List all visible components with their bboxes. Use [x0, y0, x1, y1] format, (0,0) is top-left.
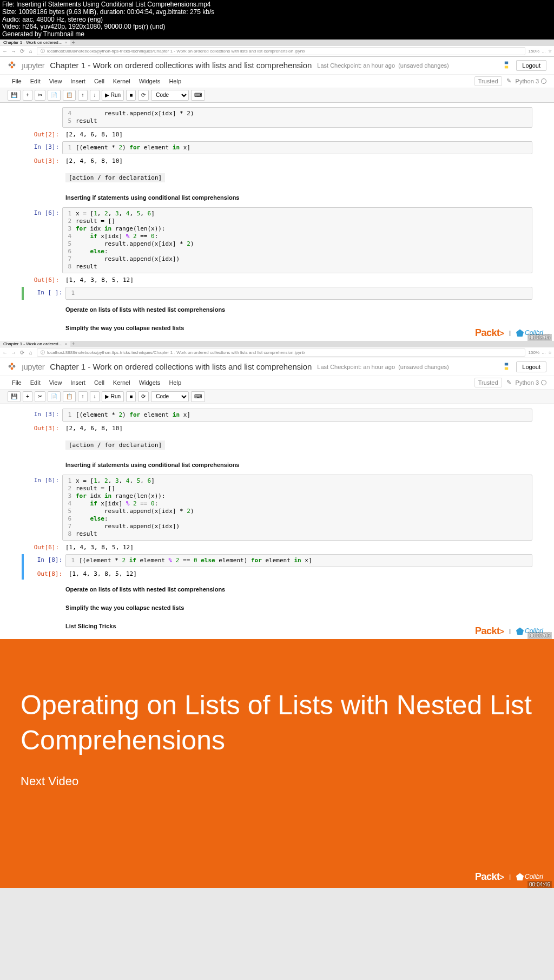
markdown-cell[interactable]: Simplify the way you collapse nested lis… — [22, 319, 532, 337]
paste-button[interactable]: 📋 — [63, 90, 76, 101]
paste-button[interactable]: 📋 — [63, 391, 76, 402]
stop-button[interactable]: ■ — [126, 90, 136, 101]
menu-edit[interactable]: Edit — [26, 377, 45, 388]
shield-icon[interactable]: ☆ — [548, 350, 552, 355]
move-down-button[interactable]: ↓ — [90, 391, 100, 402]
menu-cell[interactable]: Cell — [90, 76, 109, 87]
url-input[interactable]: ⓘ localhost:8888/notebooks/python-tips-t… — [37, 47, 525, 55]
notebook-area[interactable]: In [3]: 1 [(element * 2) for element in … — [0, 404, 554, 639]
reload-button[interactable]: ⟳ — [19, 48, 25, 54]
add-cell-button[interactable]: + — [23, 391, 32, 402]
notebook-title[interactable]: Chapter 1 - Work on ordered collections … — [50, 61, 312, 70]
move-up-button[interactable]: ↑ — [78, 90, 88, 101]
save-button[interactable]: 💾 — [8, 391, 21, 402]
home-button[interactable]: ⌂ — [28, 350, 34, 355]
code-input[interactable]: 1 [(element * 2) for element in x] — [62, 409, 532, 422]
code-input[interactable]: 12345678 x = [1, 2, 3, 4, 5, 6] result =… — [62, 475, 532, 541]
markdown-cell[interactable]: Inserting if statements using conditiona… — [22, 189, 532, 206]
cut-button[interactable]: ✂ — [35, 391, 45, 402]
prompt-out: Out[2]: — [22, 129, 62, 140]
menu-insert[interactable]: Insert — [66, 377, 90, 388]
command-palette-button[interactable]: ⌨ — [191, 391, 205, 402]
markdown-cell[interactable]: [action / for declaration] — [22, 435, 532, 455]
output-text: [1, 4, 3, 8, 5, 12] — [62, 274, 532, 286]
markdown-cell[interactable]: Operate on lists of lists with nested li… — [22, 301, 532, 318]
menu-widgets[interactable]: Widgets — [135, 76, 165, 87]
cell-type-select[interactable]: Code — [151, 391, 189, 402]
menu-widgets[interactable]: Widgets — [135, 377, 165, 388]
browser-tab[interactable]: Chapter 1 - Work on ordered… × — [0, 341, 70, 347]
code-input[interactable]: 1 — [65, 287, 532, 300]
kernel-name[interactable]: Python 3 — [516, 78, 546, 84]
reload-button[interactable]: ⟳ — [19, 350, 25, 355]
markdown-cell[interactable]: Inserting if statements using conditiona… — [22, 456, 532, 473]
command-palette-button[interactable]: ⌨ — [191, 90, 205, 101]
new-tab-button[interactable]: + — [70, 40, 76, 45]
new-tab-button[interactable]: + — [70, 341, 76, 347]
add-cell-button[interactable]: + — [23, 90, 32, 101]
run-button[interactable]: ▶ Run — [102, 90, 124, 101]
code-input[interactable]: 1 [(element * 2 if element % 2 == 0 else… — [65, 554, 532, 567]
code-input[interactable]: 12345678 x = [1, 2, 3, 4, 5, 6] result =… — [62, 207, 532, 273]
code-cell[interactable]: In [3]: 1 [(element * 2) for element in … — [22, 409, 532, 422]
restart-button[interactable]: ⟳ — [138, 90, 149, 101]
close-icon[interactable]: × — [65, 40, 68, 45]
markdown-cell[interactable]: List Slicing Tricks — [22, 617, 532, 635]
more-icon[interactable]: … — [542, 49, 546, 54]
menu-help[interactable]: Help — [164, 76, 186, 87]
zoom-label[interactable]: 150% — [529, 350, 539, 355]
url-input[interactable]: ⓘ localhost:8888/notebooks/python-tips-t… — [37, 348, 525, 357]
kernel-name[interactable]: Python 3 — [516, 379, 546, 386]
menu-file[interactable]: File — [8, 76, 26, 87]
menu-cell[interactable]: Cell — [90, 377, 109, 388]
menu-kernel[interactable]: Kernel — [109, 76, 135, 87]
code-input[interactable]: 4 5 result.append(x[idx] * 2) result — [62, 107, 532, 128]
code-cell[interactable]: 4 5 result.append(x[idx] * 2) result — [22, 107, 532, 128]
markdown-cell[interactable]: [action / for declaration] — [22, 168, 532, 188]
restart-button[interactable]: ⟳ — [138, 391, 149, 402]
menu-edit[interactable]: Edit — [26, 76, 45, 87]
active-cell[interactable]: In [8]: 1 [(element * 2 if element % 2 =… — [22, 554, 532, 580]
markdown-cell[interactable]: Simplify the way you collapse nested lis… — [22, 599, 532, 616]
logout-button[interactable]: Logout — [516, 60, 546, 71]
copy-button[interactable]: 📄 — [48, 90, 61, 101]
code-cell[interactable]: In [6]: 12345678 x = [1, 2, 3, 4, 5, 6] … — [22, 475, 532, 541]
code-cell[interactable]: In [6]: 12345678 x = [1, 2, 3, 4, 5, 6] … — [22, 207, 532, 273]
pencil-icon[interactable]: ✎ — [506, 379, 511, 386]
browser-tab[interactable]: Chapter 1 - Work on ordered… × — [0, 40, 70, 45]
notebook-area[interactable]: 4 5 result.append(x[idx] * 2) result Out… — [0, 103, 554, 341]
menu-kernel[interactable]: Kernel — [109, 377, 135, 388]
trusted-badge[interactable]: Trusted — [474, 378, 502, 387]
more-icon[interactable]: … — [542, 350, 546, 355]
back-button[interactable]: ← — [2, 350, 8, 355]
menu-file[interactable]: File — [8, 377, 26, 388]
menu-view[interactable]: View — [45, 377, 67, 388]
fwd-button[interactable]: → — [11, 48, 16, 54]
cut-button[interactable]: ✂ — [35, 90, 45, 101]
code-input[interactable]: 1 [(element * 2) for element in x] — [62, 141, 532, 154]
code-cell[interactable]: In [3]: 1 [(element * 2) for element in … — [22, 141, 532, 154]
logout-button[interactable]: Logout — [516, 361, 546, 372]
menu-view[interactable]: View — [45, 76, 67, 87]
copy-button[interactable]: 📄 — [48, 391, 61, 402]
zoom-label[interactable]: 150% — [529, 49, 539, 54]
move-down-button[interactable]: ↓ — [90, 90, 100, 101]
close-icon[interactable]: × — [65, 341, 68, 346]
cell-type-select[interactable]: Code — [151, 90, 189, 101]
home-button[interactable]: ⌂ — [28, 48, 34, 54]
active-cell[interactable]: In [ ]: 1 — [22, 287, 532, 300]
shield-icon[interactable]: ☆ — [548, 49, 552, 54]
run-button[interactable]: ▶ Run — [102, 391, 124, 402]
menu-help[interactable]: Help — [164, 377, 186, 388]
menu-insert[interactable]: Insert — [66, 76, 90, 87]
back-button[interactable]: ← — [2, 48, 8, 54]
stop-button[interactable]: ■ — [126, 391, 136, 402]
trusted-badge[interactable]: Trusted — [474, 76, 502, 86]
fwd-button[interactable]: → — [11, 350, 16, 355]
move-up-button[interactable]: ↑ — [78, 391, 88, 402]
tab-bar: Chapter 1 - Work on ordered… × + — [0, 341, 554, 347]
notebook-title[interactable]: Chapter 1 - Work on ordered collections … — [50, 362, 312, 371]
save-button[interactable]: 💾 — [8, 90, 21, 101]
pencil-icon[interactable]: ✎ — [506, 77, 511, 84]
markdown-cell[interactable]: Operate on lists of lists with nested li… — [22, 581, 532, 598]
